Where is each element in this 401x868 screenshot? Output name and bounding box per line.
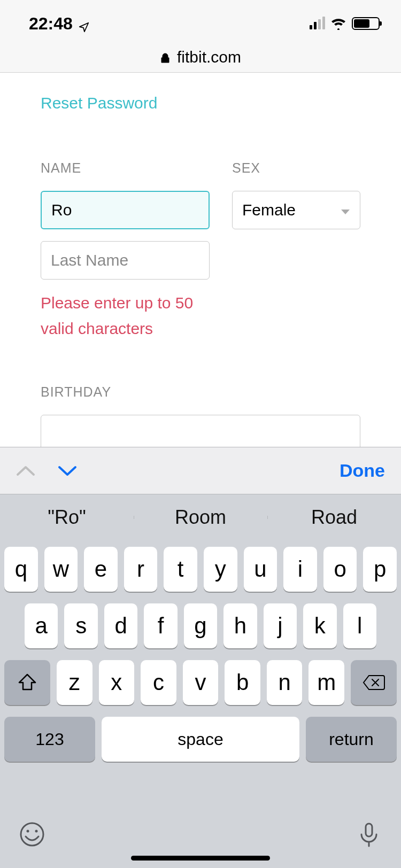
keyboard-row-2: a s d f g h j k l xyxy=(4,603,397,648)
signal-icon xyxy=(310,18,325,29)
key-g[interactable]: g xyxy=(184,603,217,648)
chevron-down-icon xyxy=(341,201,350,219)
status-time-group: 22:48 xyxy=(29,14,90,34)
first-name-input[interactable] xyxy=(41,191,210,229)
svg-point-0 xyxy=(21,823,43,846)
suggestion-0[interactable]: "Ro" xyxy=(0,506,134,529)
keyboard-row-1: q w e r t y u i o p xyxy=(4,547,397,592)
prev-field-button xyxy=(16,465,35,477)
keyboard-row-3: z x c v b n m xyxy=(4,660,397,705)
status-right xyxy=(310,17,380,30)
keyboard: Done "Ro" Room Road q w e r t y u i o p … xyxy=(0,447,401,868)
svg-point-2 xyxy=(35,830,38,833)
browser-url-bar[interactable]: fitbit.com xyxy=(0,47,401,73)
svg-point-1 xyxy=(27,830,29,833)
accessory-arrows xyxy=(16,465,77,477)
key-k[interactable]: k xyxy=(303,603,336,648)
key-u[interactable]: u xyxy=(244,547,277,592)
battery-icon xyxy=(352,17,380,30)
keyboard-suggestions: "Ro" Room Road xyxy=(0,494,401,540)
key-j[interactable]: j xyxy=(264,603,297,648)
key-w[interactable]: w xyxy=(44,547,78,592)
keyboard-rows: q w e r t y u i o p a s d f g h j k l z xyxy=(0,540,401,804)
key-f[interactable]: f xyxy=(144,603,177,648)
key-b[interactable]: b xyxy=(225,660,260,705)
key-space[interactable]: space xyxy=(102,717,299,762)
keyboard-accessory-bar: Done xyxy=(0,447,401,494)
key-q[interactable]: q xyxy=(4,547,38,592)
key-z[interactable]: z xyxy=(57,660,92,705)
name-column: NAME Please enter up to 50 valid charact… xyxy=(41,160,210,342)
key-a[interactable]: a xyxy=(25,603,58,648)
home-indicator[interactable] xyxy=(131,856,270,861)
emoji-icon[interactable] xyxy=(19,821,45,847)
key-l[interactable]: l xyxy=(343,603,376,648)
birthday-input[interactable] xyxy=(41,415,360,447)
sex-selected-value: Female xyxy=(242,201,296,219)
birthday-section: BIRTHDAY xyxy=(41,384,360,447)
key-p[interactable]: p xyxy=(363,547,397,592)
sex-column: SEX Female xyxy=(232,160,360,342)
key-m[interactable]: m xyxy=(309,660,344,705)
birthday-label: BIRTHDAY xyxy=(41,384,360,400)
sex-label: SEX xyxy=(232,160,360,176)
key-d[interactable]: d xyxy=(104,603,137,648)
key-h[interactable]: h xyxy=(223,603,257,648)
mic-icon[interactable] xyxy=(356,821,382,847)
key-o[interactable]: o xyxy=(323,547,357,592)
key-x[interactable]: x xyxy=(99,660,135,705)
done-button[interactable]: Done xyxy=(340,460,385,481)
location-icon xyxy=(78,18,90,29)
wifi-icon xyxy=(330,17,346,30)
reset-password-link[interactable]: Reset Password xyxy=(41,94,157,112)
key-n[interactable]: n xyxy=(267,660,303,705)
name-label: NAME xyxy=(41,160,210,176)
key-c[interactable]: c xyxy=(141,660,176,705)
key-y[interactable]: y xyxy=(204,547,237,592)
name-error-message: Please enter up to 50 valid characters xyxy=(41,290,210,342)
keyboard-row-4: 123 space return xyxy=(4,717,397,762)
form-row-name-sex: NAME Please enter up to 50 valid charact… xyxy=(41,160,360,342)
status-bar: 22:48 xyxy=(0,0,401,47)
key-backspace[interactable] xyxy=(351,660,397,705)
key-s[interactable]: s xyxy=(64,603,97,648)
svg-rect-3 xyxy=(366,824,372,836)
key-v[interactable]: v xyxy=(183,660,219,705)
lock-icon xyxy=(160,48,171,64)
sex-select[interactable]: Female xyxy=(232,191,360,229)
next-field-button[interactable] xyxy=(58,465,77,477)
browser-url-text: fitbit.com xyxy=(177,48,241,66)
key-e[interactable]: e xyxy=(84,547,118,592)
key-return[interactable]: return xyxy=(306,717,397,762)
key-shift[interactable] xyxy=(4,660,50,705)
page-content: Reset Password NAME Please enter up to 5… xyxy=(0,73,401,447)
suggestion-1[interactable]: Room xyxy=(134,506,267,529)
key-r[interactable]: r xyxy=(124,547,158,592)
key-i[interactable]: i xyxy=(283,547,317,592)
key-123[interactable]: 123 xyxy=(4,717,95,762)
key-t[interactable]: t xyxy=(164,547,197,592)
last-name-input[interactable] xyxy=(41,241,210,280)
suggestion-2[interactable]: Road xyxy=(267,506,401,529)
status-time: 22:48 xyxy=(29,14,73,34)
